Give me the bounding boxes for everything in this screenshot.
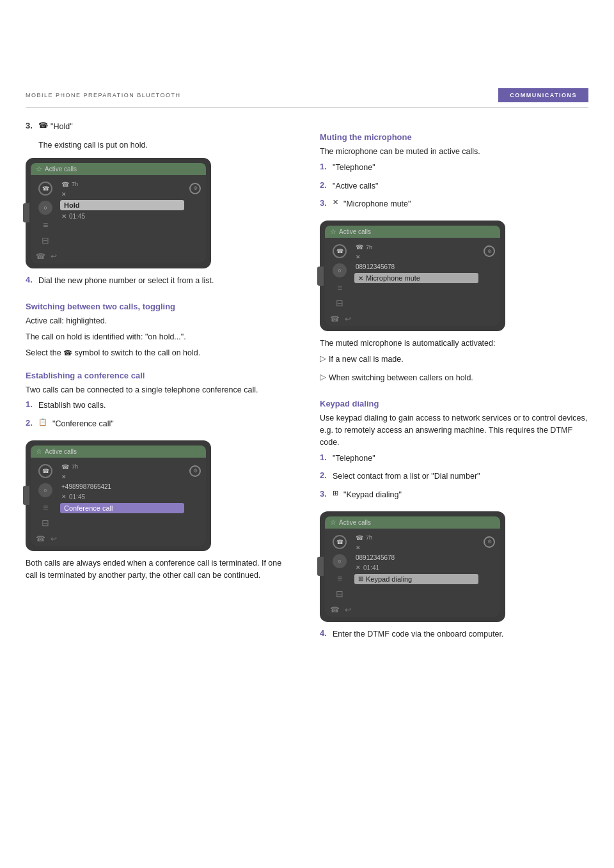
screen4-row1-icon: ☎ [356,534,363,541]
screen2-row3: +4989987865421 [60,483,184,491]
section4-step3-text: "Keypad dialing" [343,489,402,501]
section3-step1-label: 1. [320,162,330,178]
screen3-bottom-icon1: ☎ [330,314,340,323]
section4-step4-row: 4. Enter the DTMF code via the onboard c… [320,628,588,644]
screen1-row3-text: 01:45 [69,213,85,220]
screen3-mute-text: Microphone mute [366,274,420,282]
screen1-inner: ☆ Active calls ☎ ○ ≡ ⊟ ☎ [31,163,206,263]
screen3-number: 08912345678 [356,263,395,270]
screen4-row2: ✕ [354,544,478,552]
screen2-bottom-icon2: ↩ [51,534,57,543]
section2-step2-text: "Conference call" [52,418,114,430]
step-3-row: 3. ☎̶ "Hold" [26,121,294,137]
section4-step2-row: 2. Select contact from a list or "Dial n… [320,470,588,486]
section3-step3-text: "Microphone mute" [343,198,411,210]
screen1-device: ☆ Active calls ☎ ○ ≡ ⊟ ☎ [26,158,211,268]
screen1-title-bar: ☆ Active calls [31,163,206,175]
screen4-title-bar: ☆ Active calls [325,516,500,529]
section2-step2-row: 2. 📋 "Conference call" [26,418,294,434]
screen2-highlight: Conference call [60,503,184,513]
section1-p3-post: symbol to switch to the call on hold. [75,348,201,357]
content-area: 3. ☎̶ "Hold" The existing call is put on… [0,108,614,672]
screen3-row2-icon: ✕ [356,254,361,260]
screen4-left-icons: ☎ ○ ≡ ⊟ [330,532,349,599]
screen4-icon3: ≡ [337,573,342,584]
step-4-row: 4. Dial the new phone number or select i… [26,275,294,291]
screen2-title-bar: ☆ Active calls [31,446,206,458]
section3-p1: The microphone can be muted in active ca… [320,146,588,158]
step-4-text: Dial the new phone number or select it f… [38,275,214,287]
screen1-row1-sub: 7h [72,181,78,187]
screen2-device: ☆ Active calls ☎ ○ ≡ ⊟ ☎ [26,440,211,551]
screen3-left-icons: ☎ ○ ≡ ⊟ [330,242,349,308]
screen4-row3: 08912345678 [354,554,478,562]
screen3-title-bar: ☆ Active calls [325,226,500,238]
device-left-btn [23,203,29,222]
screen1-icon2: ○ [38,201,52,215]
settings-icon-3: ⚙ [484,245,495,257]
section1-p3-pre: Select the [26,348,61,357]
section3-step3-label: 3. [320,198,330,214]
device-left-btn-2 [23,486,29,505]
section4-heading: Keypad dialing [320,399,588,408]
screen1-highlight: Hold [60,200,184,210]
section4-step2-label: 2. [320,470,330,486]
screen3-row2: ✕ [354,253,478,261]
section4-step1-text: "Telephone" [333,453,375,465]
screen1-bottom-icon2: ↩ [51,252,57,261]
screen1-center: ☎ 7h ✕ Hold ✕ 01:45 [60,179,184,245]
section4-p1: Use keypad dialing to gain access to net… [320,412,588,448]
screen2-left-icons: ☎ ○ ≡ ⊟ [36,461,55,528]
screen1-row2: ✕ [60,190,184,198]
section1-heading: Switching between two calls, toggling [26,302,294,311]
screen2-title-text: Active calls [45,448,77,455]
section2-step2-icon: 📋 [38,418,47,434]
screen2-time: 01:45 [69,493,85,500]
screen3-bottom-icon2: ↩ [345,314,351,323]
header-comm-badge: COMMUNICATIONS [498,88,588,102]
section4-step3-label: 3. [320,489,330,505]
screen3-icon1: ☎ [333,244,347,258]
section2-step1-label: 1. [26,399,36,415]
screen4-device: ☆ Active calls ☎ ○ ≡ ⊟ ☎ [320,511,505,622]
screen1-row1-icon: ☎ [61,181,69,188]
screen4-bottom: ☎ ↩ [325,603,500,617]
page-container: MOBILE PHONE PREPARATION BLUETOOTH COMMU… [0,83,614,868]
screen4-keypad-text: Keypad dialing [366,575,412,583]
screen3-row1-sub: 7h [366,244,372,251]
screen2-row1: ☎ 7h [60,463,184,471]
screen4-title-text: Active calls [339,519,371,526]
screen4-row2-icon: ✕ [356,545,361,551]
screen2-inner: ☆ Active calls ☎ ○ ≡ ⊟ ☎ [31,446,206,546]
screen4-icon1: ☎ [333,535,347,549]
screen1-icon4: ⊟ [42,235,49,245]
screen3-row1-icon: ☎ [356,244,363,251]
screen1-bottom-icon1: ☎ [36,252,45,261]
screen3-body: ☎ ○ ≡ ⊟ ☎ 7h ✕ [325,238,500,312]
screen4-time: 01:41 [363,564,379,571]
step-3-icon: ☎̶ [38,121,48,137]
screen4-keypad-icon: ⊞ [358,575,363,582]
screen1-title-text: Active calls [45,166,77,173]
section3-step3-row: 3. ✕ "Microphone mute" [320,198,588,214]
screen3-inner: ☆ Active calls ☎ ○ ≡ ⊟ ☎ [325,226,500,326]
left-column: 3. ☎̶ "Hold" The existing call is put on… [26,121,294,647]
screen2-row4: ✕ 01:45 [60,493,184,501]
screen4-bottom-icon2: ↩ [345,605,351,614]
screen1-row1: ☎ 7h [60,180,184,189]
right-column: Muting the microphone The microphone can… [320,121,588,647]
screen1-left-icons: ☎ ○ ≡ ⊟ [36,179,55,245]
screen4-body: ☎ ○ ≡ ⊟ ☎ 7h ✕ [325,529,500,603]
section2-after-text: Both calls are always ended when a confe… [26,557,294,582]
section4-step3-icon: ⊞ [333,489,338,505]
screen2-row1-sub: 7h [72,463,78,470]
screen1-bottom: ☎ ↩ [31,249,206,263]
step-3-desc: The existing call is put on hold. [38,139,294,151]
screen3-icon2: ○ [333,263,347,277]
section1-p1: Active call: highlighted. [26,315,294,327]
screen1-row3: ✕ 01:45 [60,212,184,221]
screen1-title-icon: ☆ [36,165,42,173]
section3-step1-text: "Telephone" [333,162,375,174]
device-left-btn-3 [317,267,324,286]
settings-icon-1: ⚙ [189,183,201,194]
